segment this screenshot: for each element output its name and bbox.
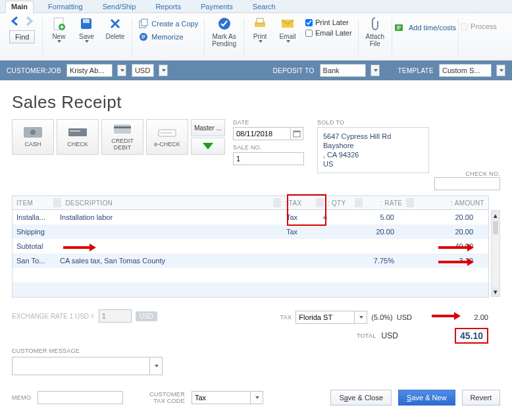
save-button[interactable]: Save bbox=[72, 16, 100, 59]
svg-rect-14 bbox=[68, 128, 87, 136]
memorize-button[interactable]: Memorize bbox=[138, 32, 198, 42]
checkno-input[interactable] bbox=[434, 177, 500, 190]
col-item[interactable]: ITEM bbox=[13, 197, 53, 209]
mark-pending-button[interactable]: Mark As Pending bbox=[207, 16, 242, 59]
print-button[interactable]: Print bbox=[246, 16, 274, 59]
memo-input[interactable] bbox=[38, 391, 123, 404]
template-label: TEMPLATE bbox=[398, 67, 434, 74]
tab-send-ship[interactable]: Send/Ship bbox=[97, 1, 141, 13]
line-items-table: ITEM DESCRIPTION : TAX : QTY : RATE : AM… bbox=[12, 196, 500, 298]
scroll-up-icon[interactable]: ▴ bbox=[492, 211, 499, 220]
table-scrollbar[interactable]: ▴ ▾ bbox=[491, 210, 500, 297]
soldto-label: SOLD TO bbox=[317, 119, 429, 126]
svg-rect-15 bbox=[70, 130, 80, 132]
table-row[interactable]: ShippingTax20.0020.00 bbox=[13, 224, 488, 239]
customer-field[interactable]: Kristy Ab... bbox=[66, 64, 113, 77]
tax-label: TAX bbox=[280, 314, 292, 321]
more-payment-button[interactable] bbox=[191, 138, 225, 155]
tax-currency: USD bbox=[397, 313, 412, 321]
scroll-down-icon[interactable]: ▾ bbox=[492, 287, 499, 296]
table-row-empty[interactable] bbox=[13, 282, 488, 297]
tab-search[interactable]: Search bbox=[247, 1, 281, 13]
email-later-checkbox[interactable] bbox=[305, 30, 313, 37]
currency-drop[interactable] bbox=[159, 65, 168, 76]
pay-check[interactable]: CHECK bbox=[57, 119, 99, 155]
deposit-drop[interactable] bbox=[371, 65, 380, 76]
create-copy-button[interactable]: Create a Copy bbox=[138, 18, 198, 29]
print-later-check[interactable]: Print Later bbox=[305, 18, 352, 26]
svg-rect-9 bbox=[257, 18, 263, 23]
cust-tax-drop[interactable] bbox=[250, 391, 263, 404]
tab-reports[interactable]: Reports bbox=[150, 1, 186, 13]
tab-main[interactable]: Main bbox=[5, 1, 34, 13]
tab-formatting[interactable]: Formatting bbox=[43, 1, 88, 13]
svg-rect-3 bbox=[83, 19, 90, 23]
customer-drop[interactable] bbox=[117, 65, 126, 76]
print-later-checkbox[interactable] bbox=[305, 19, 313, 26]
delete-button[interactable]: Delete bbox=[100, 16, 130, 59]
tab-payments[interactable]: Payments bbox=[195, 1, 238, 13]
deposit-field[interactable]: Bank bbox=[320, 64, 366, 77]
total-amount: 45.10 bbox=[455, 328, 488, 344]
exchange-currency: USD bbox=[136, 311, 157, 321]
tax-select[interactable] bbox=[295, 311, 355, 324]
tax-pct: (5.0%) bbox=[371, 313, 392, 321]
date-input[interactable] bbox=[233, 127, 291, 140]
ribbon: Find New Save Delete Create a Copy Memor… bbox=[0, 13, 512, 61]
new-button[interactable]: New bbox=[45, 16, 72, 59]
total-label: TOTAL bbox=[357, 332, 376, 339]
nav-group: Find bbox=[4, 16, 40, 59]
context-bar: CUSTOMER:JOB Kristy Ab... USD DEPOSIT TO… bbox=[0, 61, 512, 80]
currency-field[interactable]: USD bbox=[132, 64, 154, 77]
soldto-box[interactable]: 5647 Cypress Hill Rd Bayshore , CA 94326… bbox=[317, 127, 429, 173]
svg-point-13 bbox=[30, 130, 36, 135]
date-label: DATE bbox=[233, 119, 304, 126]
master-button[interactable]: Master ... bbox=[191, 119, 225, 136]
deposit-label: DEPOSIT TO bbox=[273, 67, 315, 74]
svg-rect-5 bbox=[141, 19, 147, 26]
pay-echeck[interactable]: e-CHECK bbox=[146, 119, 188, 155]
tax-drop[interactable] bbox=[354, 311, 367, 324]
email-later-check[interactable]: Email Later bbox=[305, 29, 352, 37]
customer-message-label: CUSTOMER MESSAGE bbox=[12, 348, 500, 354]
copy-memorize-group: Create a Copy Memorize bbox=[134, 16, 202, 42]
save-close-button[interactable]: Save & Close bbox=[330, 390, 392, 406]
cust-tax-select[interactable] bbox=[192, 391, 251, 404]
memo-label: MEMO bbox=[12, 394, 31, 401]
svg-rect-17 bbox=[114, 126, 131, 128]
revert-button[interactable]: Revert bbox=[462, 390, 500, 406]
attach-file-button[interactable]: Attach File bbox=[361, 16, 390, 59]
scroll-thumb[interactable] bbox=[493, 221, 498, 234]
col-rate[interactable]: : RATE bbox=[363, 197, 406, 209]
svg-rect-20 bbox=[294, 131, 300, 132]
email-button[interactable]: Email bbox=[274, 16, 301, 59]
forward-icon[interactable] bbox=[24, 16, 34, 28]
pay-cash[interactable]: CASH bbox=[12, 119, 54, 155]
customer-message-drop[interactable] bbox=[149, 357, 163, 375]
col-amt[interactable]: : AMOUNT bbox=[414, 197, 488, 209]
table-row[interactable]: Subtotal40.00 bbox=[13, 239, 488, 253]
total-currency: USD bbox=[382, 331, 398, 340]
table-row[interactable]: Installa...Installation laborTax45.0020.… bbox=[13, 210, 488, 224]
col-tax[interactable]: : TAX bbox=[281, 197, 316, 209]
col-desc[interactable]: DESCRIPTION bbox=[61, 197, 272, 209]
back-icon[interactable] bbox=[11, 16, 21, 28]
exchange-label: EXCHANGE RATE 1 USD = bbox=[12, 313, 95, 320]
customer-message-input[interactable] bbox=[12, 357, 150, 375]
exchange-input bbox=[99, 309, 132, 323]
sale-no-input[interactable] bbox=[233, 152, 304, 165]
calendar-icon[interactable] bbox=[290, 127, 303, 140]
payment-method-group: CASH CHECK CREDIT DEBIT e-CHECK Master .… bbox=[12, 119, 225, 155]
ribbon-tabs: Main Formatting Send/Ship Reports Paymen… bbox=[0, 0, 512, 13]
page-title: Sales Receipt bbox=[12, 92, 500, 113]
save-new-button[interactable]: Save & New bbox=[398, 390, 455, 406]
template-drop[interactable] bbox=[496, 65, 505, 76]
add-time-costs-button[interactable]: Add time/costs bbox=[394, 16, 456, 33]
col-qty[interactable]: : QTY bbox=[324, 197, 355, 209]
table-row-empty[interactable] bbox=[13, 268, 488, 282]
process-button[interactable]: Process bbox=[461, 16, 497, 30]
find-button[interactable]: Find bbox=[9, 30, 35, 43]
pay-credit[interactable]: CREDIT DEBIT bbox=[101, 119, 143, 155]
template-field[interactable]: Custom S... bbox=[439, 64, 492, 77]
table-row[interactable]: San To...CA sales tax, San Tomas County7… bbox=[13, 253, 488, 268]
